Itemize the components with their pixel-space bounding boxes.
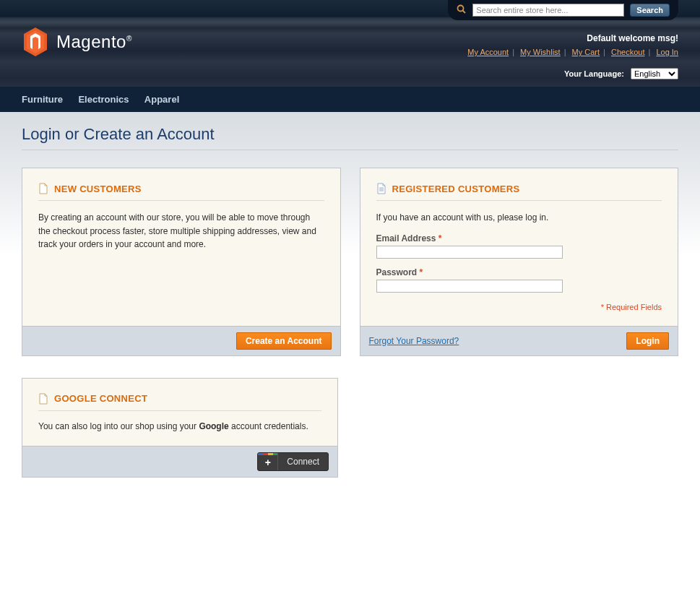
form-icon — [376, 183, 386, 194]
registered-customers-box: REGISTERED CUSTOMERS If you have an acco… — [360, 168, 679, 356]
google-connect-text: You can also log into our shop using you… — [38, 421, 321, 431]
search-icon — [457, 4, 467, 17]
nav-bar: Furniture Electronics Apparel — [0, 87, 700, 112]
google-connect-title: GOOGLE CONNECT — [54, 393, 147, 404]
forgot-password-link[interactable]: Forgot Your Password? — [369, 336, 459, 346]
email-label: Email Address * — [376, 233, 662, 243]
login-button[interactable]: Login — [626, 332, 669, 350]
google-connect-box: GOOGLE CONNECT You can also log into our… — [22, 378, 338, 478]
welcome-message: Default welcome msg! — [467, 33, 678, 43]
svg-point-0 — [458, 5, 464, 11]
nav-electronics[interactable]: Electronics — [78, 87, 142, 112]
search-button[interactable]: Search — [630, 4, 670, 17]
email-field[interactable] — [376, 246, 563, 259]
create-account-button[interactable]: Create an Account — [236, 332, 332, 350]
google-connect-button[interactable]: + Connect — [257, 452, 329, 471]
connect-label: Connect — [278, 453, 328, 470]
registered-customers-title: REGISTERED CUSTOMERS — [392, 184, 520, 194]
header: Search Magento® Default welcome msg! My … — [0, 0, 700, 112]
new-customers-text: By creating an account with our store, y… — [38, 211, 324, 251]
main-content: Login or Create an Account NEW CUSTOMERS… — [0, 112, 700, 591]
password-label: Password * — [376, 267, 662, 277]
search-bar: Search — [448, 0, 678, 20]
plus-icon: + — [258, 453, 278, 470]
link-checkout[interactable]: Checkout — [611, 48, 644, 56]
new-customers-title: NEW CUSTOMERS — [54, 184, 142, 194]
nav-apparel[interactable]: Apparel — [144, 87, 192, 112]
new-customers-box: NEW CUSTOMERS By creating an account wit… — [22, 168, 341, 356]
document-icon — [38, 183, 48, 194]
nav-furniture[interactable]: Furniture — [22, 87, 76, 112]
required-fields-note: * Required Fields — [376, 303, 662, 311]
link-my-wishlist[interactable]: My Wishlist — [520, 48, 561, 56]
logo-text: Magento® — [56, 32, 132, 52]
language-label: Your Language: — [564, 69, 624, 78]
link-my-account[interactable]: My Account — [467, 48, 509, 56]
search-input[interactable] — [472, 4, 624, 17]
svg-line-1 — [463, 10, 466, 13]
page-title: Login or Create an Account — [22, 125, 678, 150]
registered-intro: If you have an account with us, please l… — [376, 211, 662, 225]
document-icon — [38, 393, 48, 405]
logo-icon — [22, 26, 49, 58]
link-my-cart[interactable]: My Cart — [572, 48, 600, 56]
link-log-in[interactable]: Log In — [656, 48, 678, 56]
language-select[interactable]: English — [631, 68, 678, 79]
password-field[interactable] — [376, 280, 563, 293]
top-links: My Account| My Wishlist| My Cart| Checko… — [467, 48, 678, 56]
